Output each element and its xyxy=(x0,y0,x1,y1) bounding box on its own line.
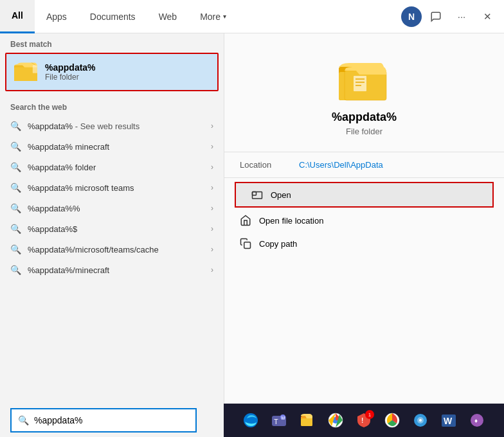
chevron-down-icon: ▾ xyxy=(223,13,226,20)
chevron-right-icon-2: › xyxy=(211,163,213,172)
taskbar-files[interactable] xyxy=(296,409,319,432)
open-file-location-label: Open file location xyxy=(259,216,323,226)
location-link[interactable]: C:\Users\Dell\AppData xyxy=(299,160,383,170)
taskbar-teams[interactable]: TM xyxy=(267,409,291,432)
web-item-5[interactable]: 🔍 %appdata%$ › xyxy=(0,219,224,239)
copy-path-action[interactable]: Copy path xyxy=(224,232,504,255)
best-match-name: %appdata% xyxy=(45,62,96,73)
avatar[interactable]: N xyxy=(401,6,422,27)
chevron-right-icon-4: › xyxy=(211,204,213,213)
location-row: Location C:\Users\Dell\AppData xyxy=(224,155,504,175)
left-panel: Best match %appdata% File folder xyxy=(0,33,224,404)
location-label: Location xyxy=(240,160,291,170)
bottom-bar: 🔍 TM ! 1 xyxy=(0,404,504,437)
search-icon-1: 🔍 xyxy=(10,141,21,152)
search-icon-5: 🔍 xyxy=(10,224,21,234)
tab-more[interactable]: More ▾ xyxy=(188,0,238,33)
web-item-4[interactable]: 🔍 %appdata%% › xyxy=(0,198,224,219)
open-file-location-action[interactable]: Open file location xyxy=(224,209,504,232)
feedback-icon[interactable] xyxy=(424,5,447,28)
taskbar-edge[interactable] xyxy=(239,409,262,432)
open-location-icon xyxy=(240,215,251,226)
preview-subtitle: File folder xyxy=(346,127,382,136)
taskbar-chrome2[interactable] xyxy=(381,409,404,432)
chevron-right-icon-5: › xyxy=(211,224,213,233)
svg-rect-14 xyxy=(244,242,251,249)
best-match-text: %appdata% File folder xyxy=(45,62,96,82)
copy-path-icon xyxy=(240,238,251,249)
svg-rect-21 xyxy=(301,418,312,426)
search-icon-4: 🔍 xyxy=(10,203,21,213)
folder-icon xyxy=(14,60,37,84)
best-match-type: File folder xyxy=(45,73,96,82)
search-bar-area: 🔍 xyxy=(0,404,224,437)
open-icon xyxy=(251,189,263,201)
taskbar-word[interactable]: W xyxy=(437,409,460,432)
svg-text:!: ! xyxy=(361,417,363,424)
web-item-7[interactable]: 🔍 %appdata%/minecraft › xyxy=(0,260,224,280)
taskbar: TM ! 1 W ♦ xyxy=(224,404,504,437)
best-match-label: Best match xyxy=(0,33,224,53)
web-item-0[interactable]: 🔍 %appdata% - See web results › xyxy=(0,116,224,136)
chevron-right-icon-3: › xyxy=(211,183,213,192)
chevron-right-icon-1: › xyxy=(211,142,213,151)
svg-rect-12 xyxy=(253,192,256,195)
search-icon-6: 🔍 xyxy=(10,244,21,254)
nav-right-icons: N ··· ✕ xyxy=(401,5,504,28)
preview-folder-icon xyxy=(336,53,393,104)
taskbar-security[interactable]: ! 1 xyxy=(352,409,375,432)
search-input[interactable] xyxy=(34,415,189,425)
svg-text:♦: ♦ xyxy=(474,417,478,424)
open-label: Open xyxy=(271,190,291,200)
web-item-1[interactable]: 🔍 %appdata% minecraft › xyxy=(0,136,224,157)
taskbar-chrome[interactable] xyxy=(324,409,347,432)
svg-text:W: W xyxy=(444,416,453,426)
svg-text:T: T xyxy=(274,418,278,425)
close-icon[interactable]: ✕ xyxy=(476,5,499,28)
svg-rect-4 xyxy=(33,65,37,73)
chevron-right-icon-6: › xyxy=(211,245,213,254)
svg-rect-8 xyxy=(354,76,366,91)
divider-top xyxy=(224,152,504,152)
taskbar-app7[interactable] xyxy=(409,409,432,432)
search-icon-0: 🔍 xyxy=(10,121,21,131)
search-icon-3: 🔍 xyxy=(10,183,21,193)
web-item-2[interactable]: 🔍 %appdata% folder › xyxy=(0,157,224,177)
main-layout: Best match %appdata% File folder xyxy=(0,33,504,404)
ellipsis-icon[interactable]: ··· xyxy=(450,5,473,28)
copy-path-label: Copy path xyxy=(259,239,297,249)
preview-title: %appdata% xyxy=(332,111,397,124)
search-icon-2: 🔍 xyxy=(10,162,21,172)
chevron-right-icon-7: › xyxy=(211,265,213,274)
top-nav: All Apps Documents Web More ▾ N ··· ✕ xyxy=(0,0,504,33)
svg-text:M: M xyxy=(282,416,285,420)
tab-all[interactable]: All xyxy=(0,0,35,33)
search-bar-icon: 🔍 xyxy=(18,415,29,425)
open-action[interactable]: Open xyxy=(235,182,494,208)
tab-apps[interactable]: Apps xyxy=(35,0,78,33)
search-bar-container: 🔍 xyxy=(10,408,197,433)
search-icon-7: 🔍 xyxy=(10,265,21,275)
best-match-item[interactable]: %appdata% File folder xyxy=(5,53,219,91)
security-badge: 1 xyxy=(365,410,374,419)
web-item-3[interactable]: 🔍 %appdata% microsoft teams › xyxy=(0,177,224,198)
web-item-6[interactable]: 🔍 %appdata%/microsoft/teams/cache › xyxy=(0,239,224,260)
web-section-label: Search the web xyxy=(0,96,224,116)
divider-mid xyxy=(224,177,504,178)
svg-point-29 xyxy=(419,419,422,422)
taskbar-app8[interactable]: ♦ xyxy=(465,409,489,432)
tab-web[interactable]: Web xyxy=(147,0,189,33)
chevron-right-icon-0: › xyxy=(211,121,213,130)
tab-documents[interactable]: Documents xyxy=(78,0,147,33)
right-panel: %appdata% File folder Location C:\Users\… xyxy=(224,33,504,404)
